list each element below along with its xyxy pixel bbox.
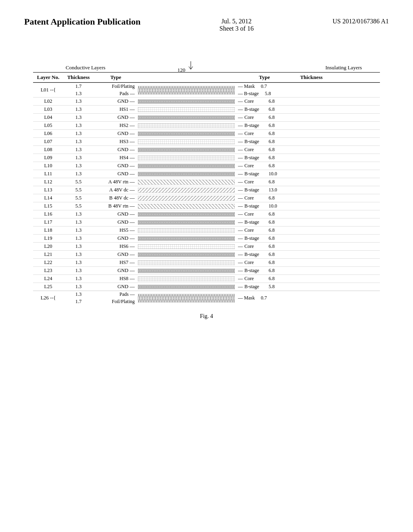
layer-row: L17 1.3 GND — — B-stage 6.8 xyxy=(33,218,380,226)
svg-rect-38 xyxy=(138,212,235,217)
layer-row: L06 1.3 GND — — Core 6.8 xyxy=(33,129,380,137)
header-patent: US 2012/0167386 A1 xyxy=(332,16,389,25)
layer-row: L19 1.3 GND — — B-stage 6.8 xyxy=(33,234,380,242)
layer-row: L21 1.3 GND — — B-stage 6.8 xyxy=(33,250,380,258)
layer-rows: L01 --{ 1.7 1.3 Foil/Plating Pads — xyxy=(33,83,380,305)
layer-row: L02 1.3 GND — — Core 6.8 xyxy=(33,97,380,105)
svg-rect-33 xyxy=(138,196,235,201)
col-ins-thickness-header: Thickness xyxy=(295,74,327,81)
column-headers: Layer No. Thickness Type Type Thickness xyxy=(33,72,380,83)
svg-rect-29 xyxy=(138,188,235,193)
layer-row: L01 --{ 1.7 1.3 Foil/Plating Pads — xyxy=(33,83,380,97)
page-header: Patent Application Publication Jul. 5, 2… xyxy=(0,0,413,40)
svg-rect-46 xyxy=(138,244,235,249)
layer-row: L26 --{ 1.3 1.7 Pads — Foil/Plating xyxy=(33,291,380,305)
layer-row: L15 5.5 B 48V rtn — — B-stage 10.0 xyxy=(33,202,380,210)
svg-rect-25 xyxy=(138,180,235,185)
layer-row: L14 5.5 B 48V dc — — Core 6.8 xyxy=(33,194,380,202)
diagram-label-120: 120 xyxy=(177,61,195,73)
layer-row: L25 1.3 GND — — B-stage 5.8 xyxy=(33,283,380,291)
header-date: Jul. 5, 2012 Sheet 3 of 16 xyxy=(219,16,254,32)
layer-row: L22 1.3 HS7 — — Core 6.8 xyxy=(33,258,380,266)
layer-row: L10 1.3 GND — — Core 6.8 xyxy=(33,162,380,170)
layer-row: L11 1.3 GND — — B-stage 10.0 xyxy=(33,170,380,178)
layer-row: L05 1.3 HS2 — — B-stage 6.8 xyxy=(33,121,380,129)
svg-rect-55 xyxy=(138,285,235,289)
layer-row: L09 1.3 HS4 — — B-stage 6.8 xyxy=(33,154,380,162)
svg-rect-51 xyxy=(138,268,235,273)
svg-rect-47 xyxy=(138,252,235,257)
svg-line-1 xyxy=(189,66,191,69)
svg-rect-42 xyxy=(138,228,235,233)
layer-row: L13 5.5 A 48V dc — — B-stage 13.0 xyxy=(33,186,380,194)
svg-rect-37 xyxy=(138,204,235,209)
svg-rect-43 xyxy=(138,236,235,241)
col-thickness-header: Thickness xyxy=(63,74,94,81)
layer-row: L12 5.5 A 48V rtn — — Core 6.8 xyxy=(33,178,380,186)
svg-line-2 xyxy=(191,66,193,69)
col-ins-type-header: Type xyxy=(255,74,295,81)
header-title: Patent Application Publication xyxy=(24,16,140,28)
layer-row: L04 1.3 GND — — Core 6.8 xyxy=(33,113,380,121)
svg-rect-21 xyxy=(138,172,235,177)
svg-rect-56 xyxy=(138,294,235,303)
svg-rect-8 xyxy=(138,115,235,120)
col-type-header: Type xyxy=(94,74,138,81)
figure-area: Conductive Layers 120 Insulating Layers … xyxy=(0,40,413,332)
svg-rect-11 xyxy=(138,123,235,128)
svg-rect-50 xyxy=(138,260,235,265)
layer-row: L24 1.3 HS8 — — Core 6.8 xyxy=(33,274,380,283)
svg-rect-54 xyxy=(138,276,235,281)
layer-row: L16 1.3 GND — — Core 6.8 xyxy=(33,210,380,218)
svg-rect-20 xyxy=(138,164,235,168)
svg-rect-7 xyxy=(138,107,235,112)
svg-rect-15 xyxy=(138,139,235,144)
layer-row: L20 1.3 HS6 — — Core 6.8 xyxy=(33,242,380,250)
svg-rect-19 xyxy=(138,156,235,160)
svg-rect-39 xyxy=(138,220,235,225)
layer-row: L18 1.3 HS5 — — Core 6.8 xyxy=(33,226,380,234)
layer-row: L07 1.3 HS3 — — B-stage 6.8 xyxy=(33,137,380,145)
svg-rect-3 xyxy=(138,86,235,95)
figure-caption: Fig. 4 xyxy=(24,313,389,320)
layer-row: L03 1.3 HS1 — — B-stage 6.8 xyxy=(33,105,380,113)
col-layer-header: Layer No. xyxy=(33,74,63,81)
svg-rect-16 xyxy=(138,148,235,152)
svg-rect-12 xyxy=(138,131,235,136)
insulating-section-title: Insulating Layers xyxy=(307,64,380,71)
svg-rect-4 xyxy=(138,99,235,104)
layer-row: L23 1.3 GND — — B-stage 6.8 xyxy=(33,266,380,274)
conductive-section-title: Conductive Layers xyxy=(33,64,138,71)
layer-row: L08 1.3 GND — — Core 6.8 xyxy=(33,145,380,154)
layer-diagram: Conductive Layers 120 Insulating Layers … xyxy=(33,64,380,305)
